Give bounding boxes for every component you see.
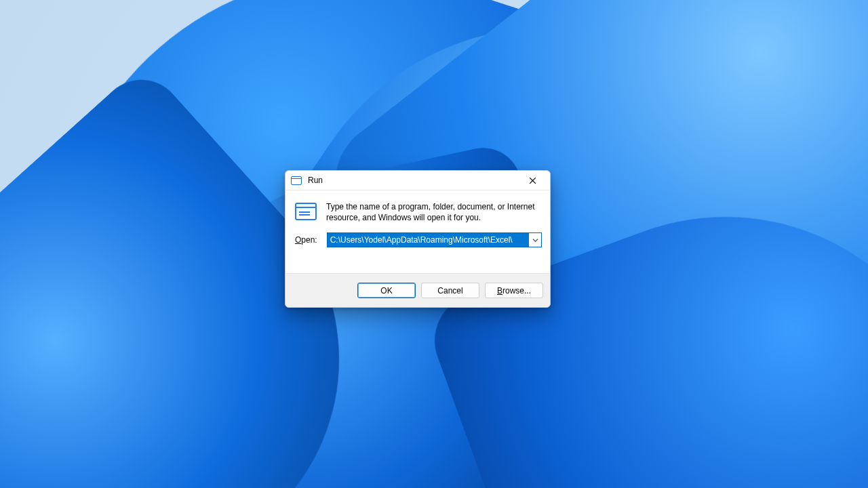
browse-button-rest: rowse... <box>502 286 531 296</box>
run-app-icon <box>295 203 317 220</box>
open-combobox[interactable]: C:\Users\Yodel\AppData\Roaming\Microsoft… <box>327 232 542 247</box>
titlebar[interactable]: Run <box>285 171 550 190</box>
run-dialog: Run Type the name of a program, folder, … <box>285 170 551 308</box>
close-icon <box>529 177 536 184</box>
open-input[interactable]: C:\Users\Yodel\AppData\Roaming\Microsoft… <box>328 233 529 247</box>
dialog-body: Type the name of a program, folder, docu… <box>285 190 550 273</box>
dialog-footer: OK Cancel Browse... <box>285 273 550 307</box>
run-titlebar-icon <box>291 176 302 185</box>
chevron-down-icon <box>532 237 538 243</box>
open-label: Open: <box>295 235 317 245</box>
close-button[interactable] <box>517 171 547 190</box>
cancel-button[interactable]: Cancel <box>421 283 479 298</box>
browse-button[interactable]: Browse... <box>485 283 543 298</box>
ok-button[interactable]: OK <box>357 283 416 298</box>
dialog-title: Run <box>308 176 323 185</box>
combobox-dropdown-button[interactable] <box>529 233 541 247</box>
dialog-description: Type the name of a program, folder, docu… <box>326 201 542 223</box>
